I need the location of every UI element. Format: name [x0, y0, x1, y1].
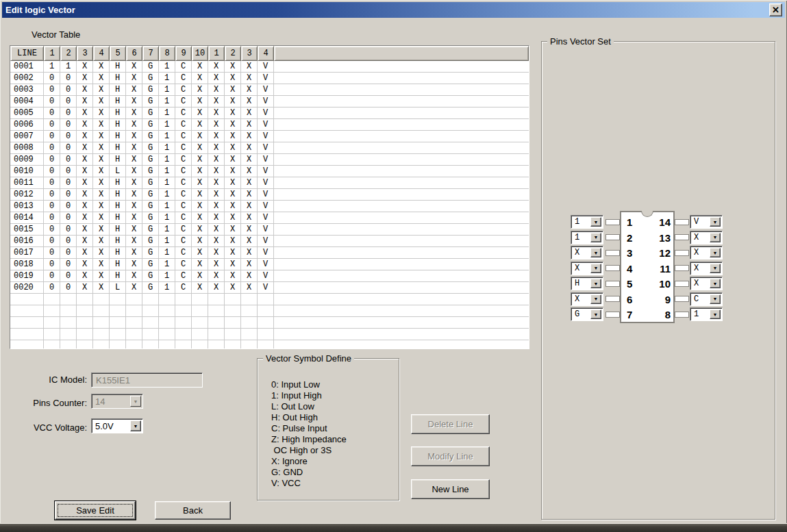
- vector-cell: X: [208, 131, 225, 142]
- vcc-voltage-combo[interactable]: 5.0V ▼: [91, 418, 143, 433]
- pin-2-combo[interactable]: 1▼: [571, 231, 603, 244]
- col-header[interactable]: 2: [60, 46, 77, 61]
- col-header[interactable]: 4: [258, 46, 274, 61]
- col-header[interactable]: 7: [142, 46, 159, 61]
- col-header[interactable]: 3: [77, 46, 93, 61]
- vector-cell: V: [258, 84, 274, 95]
- table-row[interactable]: 001800XXHXG1CXXXXV: [10, 259, 529, 270]
- pin-12-combo[interactable]: X▼: [690, 246, 723, 259]
- vector-cell: X: [208, 166, 225, 177]
- table-row[interactable]: 001900XXHXG1CXXXXV: [10, 270, 529, 282]
- table-row[interactable]: 001000XXLXG1CXXXXV: [10, 166, 529, 177]
- vector-cell: X: [241, 131, 258, 142]
- ic-model-field[interactable]: [91, 372, 203, 388]
- vector-cell: X: [93, 247, 110, 258]
- vector-cell: 0: [44, 259, 60, 270]
- col-header[interactable]: 1: [208, 46, 225, 61]
- col-header[interactable]: 2: [225, 46, 241, 61]
- vector-cell: X: [126, 212, 142, 223]
- pin-14-combo[interactable]: V▼: [690, 215, 723, 229]
- vector-cell: X: [77, 224, 93, 235]
- pin-combo-value: 1: [575, 217, 579, 227]
- pin-6-combo[interactable]: X▼: [571, 292, 603, 306]
- vector-cell: C: [175, 177, 192, 188]
- table-row[interactable]: 001700XXHXG1CXXXXV: [10, 247, 529, 259]
- vector-cell: [208, 294, 225, 305]
- pin-5-combo[interactable]: H▼: [571, 277, 603, 290]
- table-row[interactable]: 000500XXHXG1CXXXXV: [10, 107, 529, 119]
- pin-number: 6: [627, 293, 640, 307]
- table-row[interactable]: [10, 329, 529, 340]
- pin-3-combo[interactable]: X▼: [571, 246, 603, 259]
- pin-4-combo[interactable]: X▼: [571, 262, 603, 275]
- table-row[interactable]: 001600XXHXG1CXXXXV: [10, 236, 529, 247]
- col-header[interactable]: 1: [44, 46, 60, 61]
- pin-1-combo[interactable]: 1▼: [571, 215, 603, 229]
- vector-cell: X: [126, 119, 142, 130]
- col-header[interactable]: 5: [110, 46, 126, 61]
- vector-cell: 0: [44, 107, 60, 118]
- symbol-legend-item: L: Out Low: [271, 401, 347, 412]
- col-header[interactable]: 10: [192, 46, 208, 61]
- vector-cell: [77, 294, 93, 305]
- back-button[interactable]: Back: [155, 501, 231, 520]
- vector-cell: X: [208, 236, 225, 246]
- col-header[interactable]: 4: [93, 46, 110, 61]
- pin-8-combo[interactable]: 1▼: [690, 307, 723, 321]
- table-row[interactable]: 000400XXHXG1CXXXXV: [10, 96, 529, 107]
- table-row[interactable]: 001300XXHXG1CXXXXV: [10, 201, 529, 212]
- vector-cell: G: [142, 96, 159, 107]
- vector-cell: C: [175, 84, 192, 95]
- table-row[interactable]: 002000XXLXG1CXXXXV: [10, 282, 529, 294]
- table-row[interactable]: [10, 340, 529, 349]
- pin-number: 4: [627, 262, 640, 276]
- chevron-down-icon: ▼: [590, 217, 601, 227]
- pin-13-combo[interactable]: X▼: [690, 231, 723, 244]
- vector-cell: [77, 329, 93, 340]
- pins-counter-combo[interactable]: 14 ▼: [91, 394, 143, 409]
- vector-table[interactable]: LINE123456789101234 000111XXHXG1CXXXXV00…: [10, 45, 529, 349]
- vector-cell: H: [110, 189, 126, 200]
- col-header[interactable]: 3: [241, 46, 258, 61]
- vector-cell: [225, 305, 241, 316]
- col-header[interactable]: 8: [159, 46, 175, 61]
- table-row[interactable]: 000300XXHXG1CXXXXV: [10, 84, 529, 96]
- save-edit-button[interactable]: Save Edit: [55, 501, 136, 520]
- vector-cell: H: [110, 131, 126, 142]
- modify-line-button[interactable]: Modify Line: [411, 446, 490, 466]
- pin-7-combo[interactable]: G▼: [571, 307, 603, 321]
- table-row[interactable]: 001500XXHXG1CXXXXV: [10, 224, 529, 236]
- table-row[interactable]: 001400XXHXG1CXXXXV: [10, 212, 529, 224]
- new-line-button[interactable]: New Line: [411, 479, 490, 499]
- table-row[interactable]: 000700XXHXG1CXXXXV: [10, 131, 529, 142]
- line-number-cell: [10, 329, 44, 340]
- vector-cell: 0: [60, 270, 77, 281]
- table-row[interactable]: [10, 294, 529, 305]
- table-row[interactable]: 000111XXHXG1CXXXXV: [10, 61, 529, 73]
- pin-9-combo[interactable]: C▼: [690, 292, 723, 306]
- table-row[interactable]: 001200XXHXG1CXXXXV: [10, 189, 529, 201]
- col-header[interactable]: 6: [126, 46, 142, 61]
- table-row[interactable]: [10, 305, 529, 317]
- line-number-cell: 0008: [10, 142, 44, 153]
- row-filler: [274, 247, 529, 258]
- vector-cell: X: [77, 236, 93, 246]
- vector-cell: X: [77, 282, 93, 293]
- table-row[interactable]: 000800XXHXG1CXXXXV: [10, 142, 529, 154]
- close-button[interactable]: ✕: [769, 3, 782, 16]
- vector-cell: 1: [159, 119, 175, 130]
- pin-11-combo[interactable]: X▼: [690, 262, 723, 275]
- col-header-line[interactable]: LINE: [10, 46, 44, 61]
- table-row[interactable]: 001100XXHXG1CXXXXV: [10, 177, 529, 189]
- delete-line-button[interactable]: Delete Line: [411, 414, 490, 434]
- table-row[interactable]: 000600XXHXG1CXXXXV: [10, 119, 529, 131]
- vector-cell: [241, 305, 258, 316]
- table-row[interactable]: 000900XXHXG1CXXXXV: [10, 154, 529, 166]
- vector-cell: X: [241, 236, 258, 246]
- vector-cell: [258, 317, 274, 328]
- vector-cell: X: [93, 236, 110, 246]
- table-row[interactable]: 000200XXHXG1CXXXXV: [10, 73, 529, 84]
- table-row[interactable]: [10, 317, 529, 329]
- col-header[interactable]: 9: [175, 46, 192, 61]
- pin-10-combo[interactable]: X▼: [690, 277, 723, 290]
